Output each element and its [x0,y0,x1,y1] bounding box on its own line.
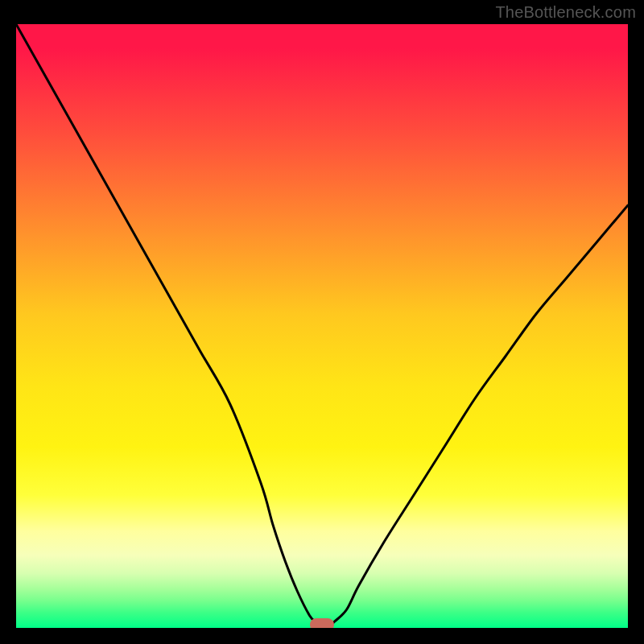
bottleneck-curve [16,24,628,628]
chart-frame: TheBottleneck.com [0,0,644,644]
optimal-marker [310,618,334,628]
attribution-text: TheBottleneck.com [495,3,636,22]
plot-area [16,24,628,628]
